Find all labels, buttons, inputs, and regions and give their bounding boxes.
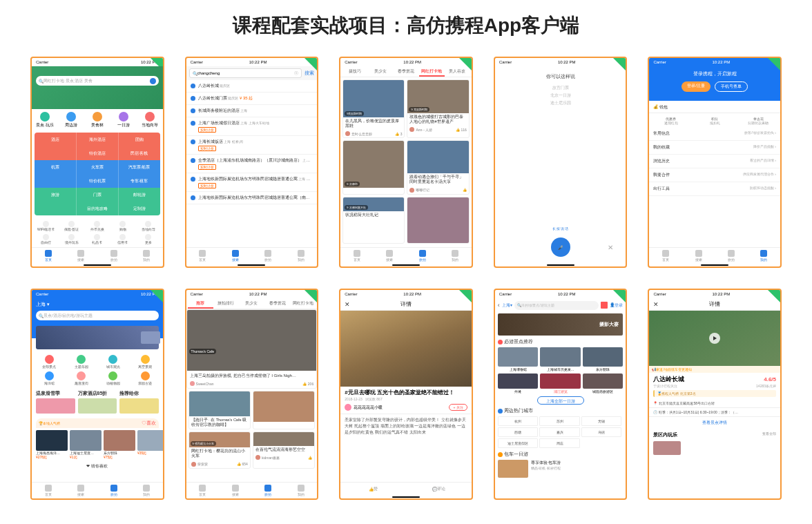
tour-button[interactable]: 上海全部一日游 [537, 396, 584, 405]
search-bar[interactable]: 🔍 目的地/景点/游玩主题 [514, 301, 599, 310]
menu-item[interactable]: 我要合作供应商发展代理合作 › [649, 168, 780, 182]
author-row[interactable]: 花花花花花小暖 + 关注 [340, 401, 472, 414]
cat-item[interactable]: 美食林 [84, 112, 110, 128]
heart-icon[interactable]: ♡喜欢 [142, 420, 156, 427]
tab-travel[interactable]: 旅拍 [251, 248, 284, 264]
category-item[interactable]: 全部景点 [33, 353, 65, 370]
feed-card[interactable]: 【跑日子 · 在 Thomas's Cafe 吸收传宿宗教的咖啡】 [188, 391, 251, 429]
tab-search[interactable]: 搜索 [219, 248, 251, 264]
promo-banner[interactable]: 摄影大赛 [498, 313, 624, 336]
rank-badge[interactable]: 🏅 携程人气榜 北京第3名 [653, 390, 776, 397]
city-chip[interactable]: 嘉兴 [539, 427, 580, 437]
tab-mine[interactable]: 我的 [130, 483, 162, 498]
more-link[interactable]: 查看全部 [762, 431, 776, 438]
tab-home[interactable]: 首页 [649, 248, 682, 264]
rank-item[interactable]: ¥35起 [137, 430, 164, 459]
back-button[interactable]: ‹ [498, 302, 500, 309]
feed-card[interactable] [407, 197, 469, 244]
feed-card[interactable]: 9 京都市 [342, 140, 405, 194]
like-button[interactable]: 👍 赞 [340, 483, 406, 496]
comment-button[interactable]: 💬 评论 [406, 483, 472, 496]
like-count[interactable]: 👍 206 [302, 382, 313, 386]
tab-mine[interactable]: 我的 [284, 248, 317, 264]
login-button[interactable]: 👤登录 [610, 302, 623, 309]
menu-item[interactable]: 我的收藏降价产品提醒 › [649, 141, 780, 155]
tab-search[interactable]: 搜索 [64, 248, 97, 264]
close-button[interactable]: ✕ [608, 244, 613, 251]
feed-card[interactable]: 跟着动遇合旅们「千与千寻」同时里重返名卡汤大享 嘟嘟行记👍 [407, 140, 469, 194]
city-chip[interactable]: 乌镇 [581, 427, 622, 437]
search-button[interactable]: 搜索 [304, 70, 314, 77]
follow-button[interactable]: + 关注 [449, 404, 467, 411]
big-card[interactable]: Thomas's Cafe 上海三岛拍摄的异族模, 把自己当作成怪物了 l Gi… [186, 309, 318, 389]
category-item[interactable]: 亲园古迹 [129, 370, 161, 387]
tab-home[interactable]: 首页 [32, 483, 64, 498]
car-image[interactable] [498, 460, 528, 478]
promo-banner[interactable] [36, 326, 159, 349]
thumb-image[interactable] [653, 441, 681, 455]
notice-bar[interactable]: 📢 索道/地面缆车变更通知 [649, 366, 780, 373]
play-button[interactable] [709, 333, 720, 344]
city-chip[interactable]: 西塘 [498, 427, 539, 437]
tab-mine[interactable]: 我的 [130, 248, 162, 264]
wallet-header[interactable]: 💰 钱包 [649, 104, 780, 110]
category-item[interactable]: 动植物园 [97, 370, 129, 387]
tab-mine[interactable]: 我的 [748, 248, 780, 264]
search-bar[interactable]: 🔍 景点/酒店/目的地/游玩主题 [36, 311, 159, 320]
cat-item[interactable]: 周边游 [58, 112, 84, 128]
category-item[interactable]: 离空景观 [129, 353, 161, 370]
tab[interactable]: 春季赏花 [393, 68, 418, 75]
tab-active[interactable]: 网红打卡地 [419, 66, 445, 77]
avatar[interactable] [190, 381, 195, 386]
close-button[interactable]: ✕ [345, 301, 350, 308]
rank-item[interactable]: 上海海昌海洋…¥278起 [36, 430, 68, 459]
tab-travel[interactable]: 旅拍 [97, 248, 130, 264]
category-item[interactable]: 主题乐园 [65, 353, 97, 370]
close-button[interactable]: ✕ [653, 301, 659, 308]
rank-item[interactable]: 东方明珠¥75起 [104, 430, 135, 459]
tab[interactable]: 美少女 [367, 68, 393, 75]
feed-card[interactable]: 9 克里斯时期 玫瑰色的城楼打古城那的巴泰人地心的礼物#世界遗产 Ann一人游👍… [407, 79, 469, 138]
feed[interactable]: 9克里斯时期 在几黑风，价格便宜的皮质厚黑鞋 意时么意意腺👍 39 克里斯时期 … [340, 77, 472, 246]
menu-item[interactable]: 出行工具防航班动态提醒 › [649, 182, 780, 196]
city-chip[interactable]: 周庄 [539, 438, 580, 448]
tab-home[interactable]: 首页 [32, 248, 64, 264]
feed-card[interactable]: 在百伦气流清清海形艺空空 kidman嘉嘉👍 [253, 431, 315, 468]
search-result-item[interactable]: 上海地铁新国际展览机场东方明珠民宿城隐居普通公寓（南码头店） 上海 新国际博 [186, 192, 318, 204]
cat-item[interactable]: 当地向导 [137, 112, 163, 128]
search-input[interactable]: 🔍 changcheng ⓧ [189, 68, 302, 78]
tab-travel[interactable]: 旅拍 [406, 248, 438, 264]
hero-image[interactable] [649, 311, 780, 366]
city-chip[interactable]: 苏州 [539, 416, 580, 426]
search-result-item[interactable]: 八达岭长城 延庆区 [186, 80, 318, 93]
tab-search[interactable]: 搜索 [682, 248, 715, 264]
mic-button[interactable]: 🎤 [551, 237, 570, 257]
mic-icon[interactable] [150, 78, 156, 84]
tab-mine[interactable]: 我的 [438, 248, 471, 264]
cat-item[interactable]: 一日游 [110, 112, 137, 128]
tab-home[interactable]: 首页 [186, 248, 219, 264]
local-rank-header[interactable]: 🏆 本地人气榜♡喜欢 [36, 418, 159, 428]
tab-search[interactable]: 搜索 [374, 248, 406, 264]
tab-travel[interactable]: 旅拍 [97, 483, 130, 498]
tab[interactable]: 摄技巧 [342, 68, 367, 75]
address-row[interactable]: 📍北京市延庆县京藏高速58号出口右转 [649, 399, 780, 408]
category-item[interactable]: 城市观光 [97, 353, 129, 370]
search-result-item[interactable]: 上海长城饭店 上海 虹桥,闵实时计价 [186, 136, 318, 155]
hours-row[interactable]: 🕒旺季：(4月1日~10月31日) 6:30~19:00；淡季：（… [649, 408, 780, 417]
tab-active[interactable]: 推荐 [188, 298, 213, 309]
menu-item[interactable]: 浏览历史看过的产品详情 › [649, 155, 780, 168]
feed-card[interactable]: 9克里斯时期 在几黑风，价格便宜的皮质厚黑鞋 意时么意意腺👍 3 [342, 79, 405, 138]
city-chip[interactable]: 无锡 [581, 416, 622, 426]
location-picker[interactable]: 上海 ▾ [36, 301, 159, 308]
cat-item[interactable]: 景点·玩乐 [32, 112, 58, 128]
detail-hero-image[interactable] [340, 311, 472, 387]
menu-item[interactable]: 常用信息旅客/地址/发票抬头 › [649, 127, 780, 141]
tab-travel[interactable]: 旅拍 [715, 248, 747, 264]
feed-card[interactable] [253, 391, 315, 429]
category-item[interactable]: 海洋馆 [33, 370, 65, 387]
detail-link[interactable]: 查看景点详情 [649, 417, 780, 429]
search-bar[interactable]: 🔍 网红打卡地 景点 酒店 美食 [36, 76, 159, 86]
search-result-item[interactable]: 全季酒店（上海浦东机场城南路店）（原川沙城南路店） 上海 迪士尼实时计价 [186, 155, 318, 173]
phone-lookup-button[interactable]: 手机号查单 [715, 81, 748, 92]
